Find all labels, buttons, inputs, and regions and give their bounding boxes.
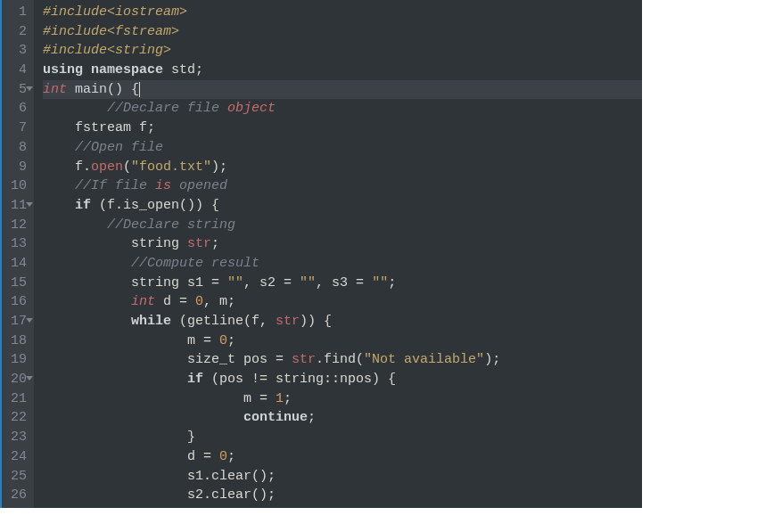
code-token: "" (227, 275, 243, 291)
line-number: 1 (11, 3, 27, 22)
code-token: s2.clear(); (43, 487, 276, 503)
code-line[interactable]: string s1 = "", s2 = "", s3 = ""; (43, 274, 642, 293)
code-token: )) { (300, 314, 332, 329)
code-token: 0 (219, 449, 227, 464)
code-line[interactable]: #include<iostream> (43, 3, 642, 22)
line-number: 14 (11, 254, 27, 274)
code-token: , s2 = (243, 275, 300, 291)
code-token (43, 178, 75, 193)
code-token: //Open file (75, 140, 163, 155)
code-line[interactable]: string str; (43, 234, 642, 254)
code-line[interactable]: } (43, 428, 642, 447)
code-token: 0 (219, 333, 227, 348)
line-number-gutter: 1234567891011121314151617181920212223242… (2, 0, 34, 508)
code-token: object (227, 101, 276, 116)
line-number: 9 (11, 158, 27, 177)
code-token: } (43, 430, 195, 445)
code-line[interactable]: while (getline(f, str)) { (43, 312, 642, 331)
code-line[interactable]: int main() { (43, 80, 642, 100)
code-token: #include<fstream> (43, 24, 179, 39)
code-token (43, 294, 131, 309)
code-token: () { (107, 82, 139, 97)
line-number: 26 (11, 486, 27, 505)
code-token (43, 256, 131, 271)
code-token: //Declare file (107, 101, 227, 116)
line-number: 23 (11, 428, 27, 447)
code-line[interactable]: m = 0; (43, 331, 642, 351)
code-line[interactable]: continue; (43, 408, 642, 428)
code-token (67, 82, 75, 97)
code-line[interactable]: #include<fstream> (43, 22, 642, 42)
line-number: 16 (11, 292, 27, 312)
line-number: 2 (11, 22, 27, 42)
code-token (43, 198, 75, 213)
code-token: , m; (203, 294, 235, 309)
code-token: "food.txt" (131, 160, 211, 175)
code-line[interactable]: s1.clear(); (43, 467, 642, 487)
code-line[interactable]: fstream f; (43, 119, 642, 138)
code-token (83, 62, 91, 78)
code-line[interactable]: //Declare string (43, 216, 642, 235)
code-token: d = (43, 449, 219, 464)
code-token: (pos != string::npos) { (203, 372, 396, 387)
code-token: (getline(f, (171, 314, 276, 329)
line-number: 25 (11, 467, 27, 487)
code-token: int (131, 294, 155, 309)
code-token: m = (43, 333, 219, 348)
code-token: "Not available" (364, 352, 484, 367)
code-line[interactable]: size_t pos = str.find("Not available"); (43, 350, 642, 370)
code-token: fstream f; (43, 120, 155, 135)
text-cursor (139, 82, 140, 97)
code-token: f. (43, 160, 91, 175)
line-number: 17 (11, 312, 27, 331)
code-token (43, 140, 75, 155)
line-number: 7 (11, 119, 27, 138)
code-token: d = (155, 294, 195, 309)
code-editor[interactable]: 1234567891011121314151617181920212223242… (0, 0, 642, 508)
code-line[interactable]: using namespace std; (43, 61, 642, 80)
code-line[interactable]: f.open("food.txt"); (43, 158, 642, 177)
code-line[interactable]: s2.clear(); (43, 486, 642, 505)
line-number: 18 (11, 331, 27, 351)
code-line[interactable]: if (pos != string::npos) { (43, 370, 642, 389)
line-number: 12 (11, 216, 27, 235)
code-token: s1.clear(); (43, 469, 276, 484)
line-number: 8 (11, 138, 27, 158)
code-token: str (276, 314, 300, 329)
line-number: 6 (11, 99, 27, 119)
line-number: 24 (11, 447, 27, 467)
line-number: 19 (11, 350, 27, 370)
code-token: ); (211, 160, 227, 175)
code-line[interactable]: #include<string> (43, 41, 642, 61)
code-line[interactable]: //If file is opened (43, 176, 642, 196)
code-token: m = (43, 391, 276, 406)
code-token: "" (372, 275, 388, 291)
code-token: #include<iostream> (43, 4, 187, 20)
code-line[interactable]: if (f.is_open()) { (43, 196, 642, 216)
code-token: ; (308, 410, 316, 425)
code-token (43, 314, 131, 329)
code-line[interactable]: m = 1; (43, 389, 642, 409)
code-token (43, 217, 107, 233)
code-token: is (155, 178, 171, 193)
code-token: ; (284, 391, 292, 406)
line-number: 22 (11, 408, 27, 428)
code-token: ; (388, 275, 396, 291)
code-token: if (187, 372, 203, 387)
code-line[interactable]: //Declare file object (43, 99, 642, 119)
code-line[interactable]: //Open file (43, 138, 642, 158)
code-line[interactable]: int d = 0, m; (43, 292, 642, 312)
code-token: //Declare string (107, 217, 235, 233)
code-token (43, 101, 107, 116)
code-token: , s3 = (316, 275, 372, 291)
line-number: 10 (11, 176, 27, 196)
code-token: ( (123, 160, 131, 175)
code-area[interactable]: #include<iostream>#include<fstream>#incl… (34, 0, 642, 508)
code-token: #include<string> (43, 43, 171, 58)
line-number: 21 (11, 389, 27, 409)
line-number: 20 (11, 370, 27, 389)
code-line[interactable]: d = 0; (43, 447, 642, 467)
code-token: ; (211, 236, 219, 251)
line-number: 15 (11, 274, 27, 293)
code-line[interactable]: //Compute result (43, 254, 642, 274)
